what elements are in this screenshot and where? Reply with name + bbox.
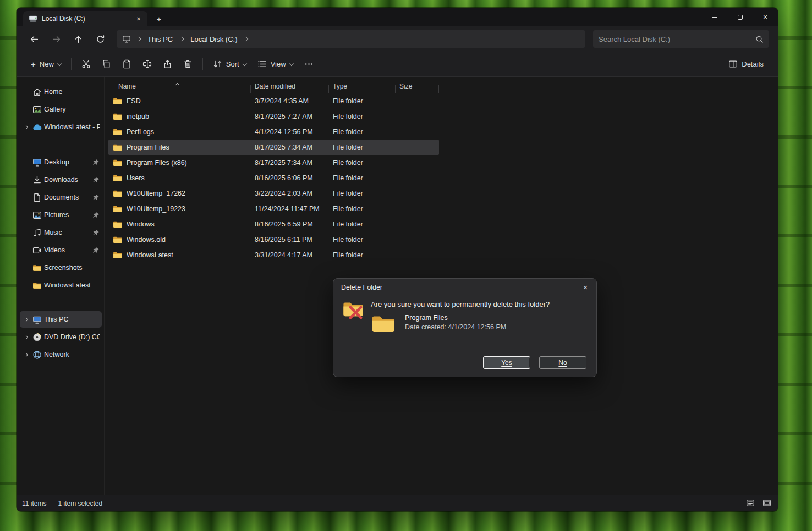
refresh-icon (96, 35, 105, 44)
search-box (593, 30, 769, 48)
file-row-w10ultemp-17262[interactable]: W10Ultemp_172623/22/2024 2:03 AMFile fol… (108, 186, 439, 201)
dialog-item-detail: Date created: 4/1/2024 12:56 PM (405, 323, 506, 331)
sidebar-item-dvd-drive-d-ccc[interactable]: DVD Drive (D:) CCC (20, 329, 102, 345)
pin-icon (92, 229, 100, 236)
drive-icon (29, 14, 37, 23)
file-name: inetpub (127, 113, 149, 120)
file-row-users[interactable]: Users8/16/2025 6:06 PMFile folder (108, 170, 439, 186)
sort-button[interactable]: Sort (207, 56, 252, 73)
sidebar-item-screenshots[interactable]: Screenshots (20, 259, 102, 276)
column-header-name[interactable]: Name (108, 82, 250, 90)
column-header-type[interactable]: Type (328, 82, 395, 90)
column-header-date-modified[interactable]: Date modified (250, 82, 328, 90)
sidebar-item-desktop[interactable]: Desktop (20, 154, 102, 170)
large-thumbnails-icon (762, 499, 772, 508)
no-label: No (558, 359, 567, 367)
breadcrumb-item-local-disk-c[interactable]: Local Disk (C:) (187, 34, 240, 45)
file-name-cell: Windows.old (108, 236, 250, 244)
details-view-button[interactable] (745, 498, 756, 509)
sidebar-item-windowslatest[interactable]: WindowsLatest (20, 277, 102, 294)
file-row-esd[interactable]: ESD3/7/2024 4:35 AMFile folder (108, 93, 439, 109)
sidebar-item-network[interactable]: Network (20, 346, 102, 363)
maximize-button[interactable] (727, 8, 753, 26)
file-row-program-files[interactable]: Program Files8/17/2025 7:34 AMFile folde… (108, 140, 439, 155)
cut-button[interactable] (76, 56, 96, 73)
sort-icon (213, 59, 222, 69)
column-header-size[interactable]: Size (395, 82, 439, 90)
chevron-right-icon[interactable] (22, 123, 30, 131)
file-date-modified: 3/31/2024 4:17 AM (250, 251, 328, 259)
file-row-program-files-x86[interactable]: Program Files (x86)8/17/2025 7:34 AMFile… (108, 155, 439, 170)
no-button[interactable]: No (539, 356, 586, 369)
file-date-modified: 4/1/2024 12:56 PM (250, 128, 328, 136)
copy-button[interactable] (96, 56, 117, 73)
large-thumbnails-view-button[interactable] (761, 498, 772, 509)
sidebar-item-home[interactable]: Home (20, 84, 102, 100)
status-separator (52, 500, 52, 507)
file-row-inetpub[interactable]: inetpub8/17/2025 7:27 AMFile folder (108, 109, 439, 124)
sidebar-item-windowslatest-pe[interactable]: WindowsLatest - Pe (20, 119, 102, 135)
minimize-button[interactable] (702, 8, 727, 26)
tab-close-icon[interactable]: ✕ (133, 13, 144, 24)
sidebar-item-gallery[interactable]: Gallery (20, 101, 102, 118)
chevron-glyph (244, 37, 248, 41)
file-name: WindowsLatest (127, 251, 173, 259)
file-date-modified: 8/17/2025 7:27 AM (250, 113, 328, 120)
chevron-down-icon (242, 61, 246, 65)
dvd-icon (32, 333, 42, 342)
file-row-windows-old[interactable]: Windows.old8/16/2025 6:11 PMFile folder (108, 232, 439, 247)
close-button[interactable]: ✕ (753, 8, 778, 26)
tab-title: Local Disk (C:) (42, 15, 129, 23)
chevron-right-icon[interactable] (242, 35, 250, 43)
breadcrumb-item-this-pc[interactable]: This PC (144, 34, 176, 45)
folder-icon (113, 143, 123, 152)
refresh-button[interactable] (89, 30, 111, 48)
dialog-buttons: Yes No (333, 353, 596, 377)
file-type: File folder (328, 174, 395, 182)
sidebar-item-downloads[interactable]: Downloads (20, 172, 102, 188)
share-button[interactable] (157, 56, 178, 73)
new-button[interactable]: + New (25, 56, 67, 72)
this-pc-icon (122, 35, 131, 43)
forward-arrow-icon (52, 35, 61, 44)
file-name: Program Files (x86) (127, 159, 187, 167)
chevron-right-icon[interactable] (22, 333, 30, 341)
chevron-right-icon[interactable] (177, 35, 186, 43)
chevron-right-icon[interactable] (134, 35, 143, 43)
file-type: File folder (328, 220, 395, 228)
sidebar-item-videos[interactable]: Videos (20, 242, 102, 258)
pictures-icon (32, 211, 42, 220)
delete-button[interactable] (178, 56, 198, 73)
chevron-glyph (24, 125, 28, 129)
chevron-right-icon[interactable] (22, 316, 30, 324)
home-icon (32, 87, 42, 97)
dialog-close-button[interactable]: ✕ (578, 281, 593, 294)
view-button[interactable]: View (252, 56, 299, 73)
view-icon (257, 59, 267, 69)
file-row-w10ultemp-19223[interactable]: W10Ultemp_1922311/24/2024 11:47 PMFile f… (108, 201, 439, 217)
back-arrow-icon (30, 35, 39, 44)
sidebar-item-this-pc[interactable]: This PC (20, 311, 102, 328)
file-row-perflogs[interactable]: PerfLogs4/1/2024 12:56 PMFile folder (108, 124, 439, 140)
chevron-right-icon[interactable] (22, 351, 30, 359)
search-input[interactable] (599, 35, 755, 43)
yes-button[interactable]: Yes (483, 356, 530, 369)
thispc-icon (32, 315, 42, 324)
file-row-windowslatest[interactable]: WindowsLatest3/31/2024 4:17 AMFile folde… (108, 247, 439, 263)
new-tab-button[interactable]: + (152, 12, 166, 26)
rename-button[interactable] (137, 56, 157, 73)
downloads-icon (32, 175, 42, 185)
sidebar-item-pictures[interactable]: Pictures (20, 207, 102, 223)
file-date-modified: 8/17/2025 7:34 AM (250, 159, 328, 167)
forward-button[interactable] (45, 30, 67, 48)
sidebar-item-music[interactable]: Music (20, 224, 102, 241)
back-button[interactable] (23, 30, 45, 48)
more-options-button[interactable] (299, 56, 319, 73)
up-button[interactable] (67, 30, 89, 48)
tab-local-disk-c[interactable]: Local Disk (C:) ✕ (23, 11, 147, 26)
sidebar-item-documents[interactable]: Documents (20, 189, 102, 206)
details-pane-button[interactable]: Details (723, 56, 769, 73)
file-row-windows[interactable]: Windows8/16/2025 6:59 PMFile folder (108, 217, 439, 232)
folder-icon (113, 128, 123, 136)
paste-button[interactable] (117, 56, 137, 73)
